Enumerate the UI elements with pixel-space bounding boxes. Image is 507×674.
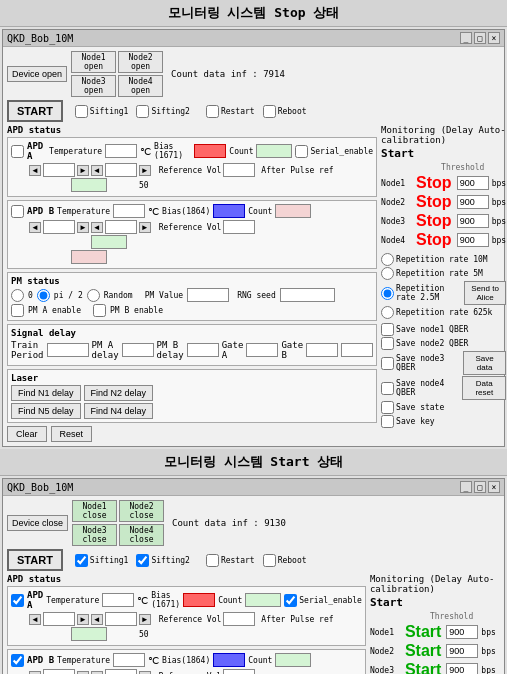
- apd-a-cb[interactable]: [11, 145, 24, 158]
- apd-a-dec2-btn[interactable]: ◄: [91, 165, 103, 176]
- bottom-node3-threshold[interactable]: [446, 663, 478, 674]
- rep-5m-radio[interactable]: [381, 267, 394, 280]
- b-close-btn[interactable]: ×: [488, 481, 500, 493]
- apd-a-inc2-btn[interactable]: ►: [139, 165, 151, 176]
- b-apd-b-inc2-btn[interactable]: ►: [139, 671, 151, 675]
- top-node2-threshold[interactable]: [457, 195, 489, 209]
- apd-b-extra2[interactable]: 121: [71, 250, 107, 264]
- bottom-start-btn[interactable]: START: [7, 549, 63, 571]
- b-apd-a-extra[interactable]: 531: [71, 627, 107, 641]
- sifting1-cb[interactable]: [75, 105, 88, 118]
- minimize-btn[interactable]: _: [460, 32, 472, 44]
- apd-b-temp[interactable]: [113, 204, 145, 218]
- device-close-btn[interactable]: Device close: [7, 515, 68, 531]
- pm-pi2-radio[interactable]: [37, 289, 50, 302]
- rep-25m-radio[interactable]: [381, 287, 394, 300]
- device-open-btn[interactable]: Device open: [7, 66, 67, 82]
- rep-625k-radio[interactable]: [381, 306, 394, 319]
- serial-enable-cb[interactable]: [295, 145, 308, 158]
- b-apd-b-cb[interactable]: [11, 654, 24, 667]
- data-reset-btn[interactable]: Data reset: [462, 376, 506, 400]
- top-node4[interactable]: Node4open: [118, 75, 163, 97]
- send-to-alice-btn[interactable]: Send to Alice: [464, 281, 506, 305]
- b-apd-b-val1[interactable]: -40: [43, 669, 75, 674]
- b-apd-a-ref[interactable]: 1100: [223, 612, 255, 626]
- reboot-cb[interactable]: [263, 105, 276, 118]
- apd-a-inc-btn[interactable]: ►: [77, 165, 89, 176]
- b-sifting2-cb[interactable]: [136, 554, 149, 567]
- apd-b-inc-btn[interactable]: ►: [77, 222, 89, 233]
- maximize-btn[interactable]: □: [474, 32, 486, 44]
- b-minimize-btn[interactable]: _: [460, 481, 472, 493]
- b-apd-a-temp[interactable]: [102, 593, 134, 607]
- apd-b-ref[interactable]: 900: [223, 220, 255, 234]
- pm-b-delay-input[interactable]: 18: [187, 343, 219, 357]
- b-apd-a-count[interactable]: 1057: [245, 593, 281, 607]
- apd-a-val1[interactable]: 10: [43, 163, 75, 177]
- gate-b2-input[interactable]: 9: [341, 343, 373, 357]
- b-apd-a-dec-btn[interactable]: ◄: [29, 614, 41, 625]
- apd-b-val1[interactable]: 10: [43, 220, 75, 234]
- b-apd-a-val2[interactable]: 1671: [105, 612, 137, 626]
- b-apd-a-dec2-btn[interactable]: ◄: [91, 614, 103, 625]
- pm-0-radio[interactable]: [11, 289, 24, 302]
- apd-b-val2[interactable]: 4095: [105, 220, 137, 234]
- apd-b-extra[interactable]: 74: [91, 235, 127, 249]
- apd-a-val2[interactable]: 4095: [105, 163, 137, 177]
- b-apd-b-bias[interactable]: [213, 653, 245, 667]
- bottom-node3[interactable]: Node3close: [72, 524, 117, 546]
- b-apd-a-cb[interactable]: [11, 594, 24, 607]
- apd-a-extra[interactable]: 85: [71, 178, 107, 192]
- sifting2-cb[interactable]: [136, 105, 149, 118]
- save-node3-qber-cb[interactable]: [381, 357, 394, 370]
- bottom-node2-threshold[interactable]: [446, 644, 478, 658]
- find-n2-delay-btn[interactable]: Find N2 delay: [84, 385, 154, 401]
- b-apd-b-temp[interactable]: [113, 653, 145, 667]
- save-node4-qber-cb[interactable]: [381, 382, 394, 395]
- top-clear-btn[interactable]: Clear: [7, 426, 47, 442]
- apd-b-dec-btn[interactable]: ◄: [29, 222, 41, 233]
- find-n4-delay-btn[interactable]: Find N4 delay: [84, 403, 154, 419]
- b-apd-b-ref[interactable]: 900: [223, 669, 255, 674]
- top-node1[interactable]: Node1open: [71, 51, 116, 73]
- top-node3[interactable]: Node3open: [71, 75, 116, 97]
- restart-cb[interactable]: [206, 105, 219, 118]
- b-apd-a-bias[interactable]: [183, 593, 215, 607]
- apd-b-bias[interactable]: [213, 204, 245, 218]
- b-apd-b-inc-btn[interactable]: ►: [77, 671, 89, 675]
- find-n1-delay-btn[interactable]: Find N1 delay: [11, 385, 81, 401]
- bottom-node1[interactable]: Node1close: [72, 500, 117, 522]
- apd-a-temp[interactable]: [105, 144, 137, 158]
- pm-b-enable-cb[interactable]: [93, 304, 106, 317]
- pm-a-enable-cb[interactable]: [11, 304, 24, 317]
- b-sifting1-cb[interactable]: [75, 554, 88, 567]
- rng-seed-input[interactable]: 1431655765: [280, 288, 335, 302]
- apd-b-count[interactable]: 4: [275, 204, 311, 218]
- pm-value-input[interactable]: 9000: [187, 288, 229, 302]
- b-reboot-cb[interactable]: [263, 554, 276, 567]
- bottom-node2[interactable]: Node2close: [119, 500, 164, 522]
- pm-a-delay-input[interactable]: 18: [122, 343, 154, 357]
- b-apd-b-val2[interactable]: 1864: [105, 669, 137, 674]
- gate-a-input[interactable]: 24: [246, 343, 278, 357]
- apd-b-inc2-btn[interactable]: ►: [139, 222, 151, 233]
- b-apd-a-inc-btn[interactable]: ►: [77, 614, 89, 625]
- save-state-cb[interactable]: [381, 401, 394, 414]
- close-btn[interactable]: ×: [488, 32, 500, 44]
- b-maximize-btn[interactable]: □: [474, 481, 486, 493]
- apd-a-bias[interactable]: [194, 144, 226, 158]
- save-data-btn[interactable]: Save data: [463, 351, 506, 375]
- b-apd-b-dec-btn[interactable]: ◄: [29, 671, 41, 675]
- rep-10m-radio[interactable]: [381, 253, 394, 266]
- pm-random-radio[interactable]: [87, 289, 100, 302]
- save-key-cb[interactable]: [381, 415, 394, 428]
- top-reset-btn[interactable]: Reset: [51, 426, 93, 442]
- b-apd-b-dec2-btn[interactable]: ◄: [91, 671, 103, 675]
- b-apd-a-inc2-btn[interactable]: ►: [139, 614, 151, 625]
- save-node1-qber-cb[interactable]: [381, 323, 394, 336]
- save-node2-qber-cb[interactable]: [381, 337, 394, 350]
- top-node4-threshold[interactable]: [457, 233, 489, 247]
- apd-a-ref[interactable]: 1100: [223, 163, 255, 177]
- apd-b-dec2-btn[interactable]: ◄: [91, 222, 103, 233]
- find-n5-delay-btn[interactable]: Find N5 delay: [11, 403, 81, 419]
